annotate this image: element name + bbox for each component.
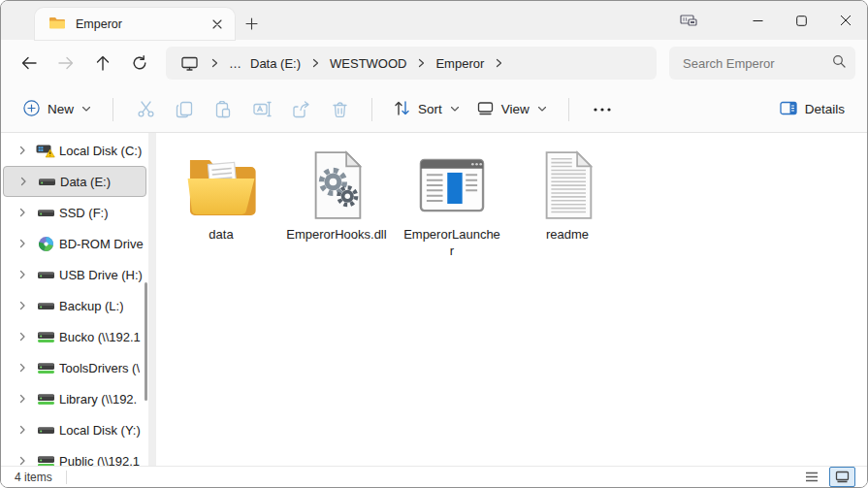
sidebar-item-local-disk-y[interactable]: Local Disk (Y:) — [3, 414, 146, 445]
command-toolbar: New Sort — [1, 86, 867, 133]
status-divider — [66, 471, 67, 484]
up-button[interactable] — [84, 46, 121, 81]
network-drive-icon — [36, 392, 55, 407]
details-view-toggle-icon[interactable] — [800, 468, 823, 486]
breadcrumb-overflow[interactable]: … — [225, 56, 246, 71]
sidebar-item-bucko-192-1[interactable]: Bucko (\\192.1 — [3, 321, 146, 352]
details-pane-icon — [780, 101, 797, 118]
details-button-label: Details — [805, 102, 845, 116]
new-button-label: New — [48, 102, 74, 116]
sidebar-item-toolsdrivers[interactable]: ToolsDrivers (\ — [3, 352, 146, 383]
file-name: EmperorHooks.dll — [286, 227, 386, 244]
chevron-right-icon[interactable] — [15, 455, 30, 466]
breadcrumb-emperor[interactable]: Emperor — [432, 56, 488, 71]
status-bar: 4 items — [1, 466, 867, 487]
chevron-down-icon — [450, 102, 460, 116]
sidebar-scrollbar[interactable] — [145, 282, 147, 401]
refresh-button[interactable] — [121, 46, 158, 81]
disc-icon — [36, 236, 55, 252]
file-tile-emperorlauncher[interactable]: EmperorLauncher — [398, 148, 506, 260]
tab-emperor[interactable]: Emperor — [35, 8, 235, 40]
chevron-right-icon[interactable] — [15, 238, 30, 249]
chevron-right-icon[interactable] — [15, 393, 30, 405]
dll-file-icon — [300, 148, 373, 222]
view-button-label: View — [501, 102, 530, 116]
sidebar-item-local-disk-c[interactable]: Local Disk (C:) — [3, 135, 146, 166]
chevron-right-icon[interactable] — [305, 58, 326, 68]
sidebar-item-label: SSD (F:) — [59, 206, 109, 220]
copy-button[interactable] — [165, 92, 204, 127]
chevron-right-icon[interactable] — [15, 269, 30, 280]
titlebar: Emperor — [1, 1, 867, 40]
drive-icon — [37, 175, 56, 189]
sort-icon — [394, 100, 410, 119]
chevron-right-icon[interactable] — [15, 207, 30, 218]
text-file-icon — [530, 148, 604, 222]
view-icon — [477, 101, 494, 118]
chevron-right-icon[interactable] — [15, 300, 30, 311]
address-bar[interactable]: … Data (E:) WESTWOOD Emperor — [166, 47, 657, 80]
search-input[interactable] — [681, 55, 832, 72]
file-list: dataEmperorHooks.dllEmperorLauncherreadm… — [156, 133, 867, 466]
drive-icon — [36, 206, 55, 220]
explorer-window: Emperor — [0, 0, 868, 488]
sidebar-item-backup-l[interactable]: Backup (L:) — [3, 290, 146, 321]
toolbar-divider — [568, 98, 569, 121]
new-button[interactable]: New — [15, 92, 100, 127]
file-tile-readme[interactable]: readme — [513, 148, 622, 244]
touch-keyboard-icon[interactable] — [670, 1, 709, 40]
sidebar-item-public-192-1[interactable]: Public (\\192.1 — [3, 445, 146, 466]
rename-button[interactable] — [242, 92, 281, 127]
chevron-right-icon[interactable] — [16, 176, 31, 187]
sidebar-item-bd-rom-drive[interactable]: BD-ROM Drive — [3, 228, 146, 259]
sidebar-item-usb-drive-h[interactable]: USB Drive (H:) — [3, 259, 146, 290]
monitor-icon[interactable] — [176, 56, 204, 71]
see-more-button[interactable] — [582, 92, 623, 127]
file-tile-emperorhooks-dll[interactable]: EmperorHooks.dll — [282, 148, 391, 244]
chevron-right-icon[interactable] — [15, 362, 30, 374]
thumbnail-view-toggle-icon[interactable] — [829, 467, 855, 487]
chevron-right-icon[interactable] — [15, 424, 30, 436]
close-button[interactable] — [823, 1, 867, 40]
sidebar-item-data-e[interactable]: Data (E:) — [3, 166, 146, 197]
chevron-down-icon — [537, 102, 547, 116]
sidebar-list: Local Disk (C:)Data (E:)SSD (F:)BD-ROM D… — [1, 135, 148, 466]
toolbar-divider — [113, 98, 113, 121]
drive-icon — [36, 423, 55, 438]
pane-separator[interactable] — [148, 133, 156, 466]
sidebar-item-ssd-f[interactable]: SSD (F:) — [3, 197, 146, 228]
sidebar-item-label: USB Drive (H:) — [59, 268, 143, 282]
details-button[interactable]: Details — [771, 92, 853, 127]
breadcrumb-westwood[interactable]: WESTWOOD — [326, 56, 410, 71]
navigation-bar: … Data (E:) WESTWOOD Emperor — [1, 40, 867, 86]
sidebar-item-label: ToolsDrivers (\ — [59, 361, 140, 375]
view-button[interactable]: View — [468, 92, 556, 127]
forward-button[interactable] — [48, 46, 84, 81]
back-button[interactable] — [11, 46, 48, 81]
tab-close-icon[interactable] — [206, 13, 229, 36]
folder-large-icon — [184, 148, 258, 222]
sort-button[interactable]: Sort — [385, 92, 468, 127]
sidebar-item-label: Bucko (\\192.1 — [59, 330, 141, 344]
search-icon[interactable] — [832, 54, 846, 72]
sidebar-item-library-192[interactable]: Library (\\192. — [3, 383, 146, 414]
new-tab-button[interactable] — [235, 8, 268, 40]
search-box[interactable] — [669, 47, 855, 80]
paste-button[interactable] — [204, 92, 242, 127]
chevron-right-icon[interactable] — [488, 58, 509, 68]
maximize-button[interactable] — [780, 1, 823, 40]
navigation-pane: Local Disk (C:)Data (E:)SSD (F:)BD-ROM D… — [1, 133, 148, 466]
chevron-right-icon[interactable] — [15, 145, 30, 156]
cut-button[interactable] — [126, 92, 165, 127]
chevron-right-icon[interactable] — [15, 331, 30, 342]
chevron-right-icon[interactable] — [410, 58, 432, 68]
file-tile-data[interactable]: data — [167, 148, 275, 244]
share-button[interactable] — [281, 92, 320, 127]
application-icon — [415, 148, 489, 222]
minimize-button[interactable] — [736, 1, 780, 40]
sidebar-item-label: Local Disk (C:) — [59, 144, 142, 158]
chevron-right-icon[interactable] — [204, 58, 225, 68]
delete-button[interactable] — [320, 92, 359, 127]
network-drive-icon — [36, 330, 55, 344]
breadcrumb-data-e[interactable]: Data (E:) — [246, 56, 305, 71]
